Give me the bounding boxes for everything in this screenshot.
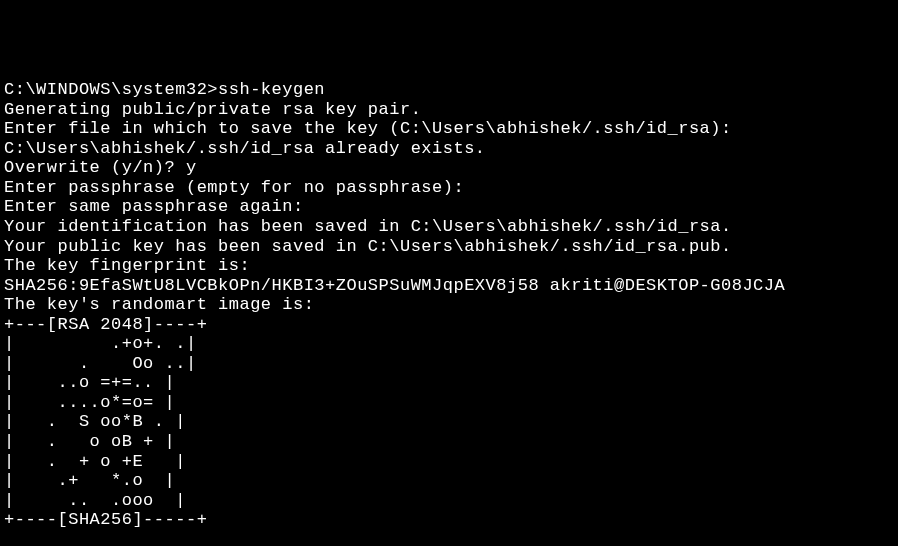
terminal-line: | . + o +E | [4,452,186,471]
terminal-line: | .+ *.o | [4,471,175,490]
terminal-line: | . S oo*B . | [4,412,186,431]
terminal-line: C:\Users\abhishek/.ssh/id_rsa already ex… [4,139,486,158]
terminal-line: The key's randomart image is: [4,295,314,314]
terminal-line: Enter file in which to save the key (C:\… [4,119,732,138]
terminal-line: SHA256:9EfaSWtU8LVCBkOPn/HKBI3+ZOuSPSuWM… [4,276,785,295]
terminal-line: | .. .ooo | [4,491,186,510]
terminal-line: | .+o+. .| [4,334,197,353]
terminal-line: Enter same passphrase again: [4,197,304,216]
terminal-line: Your public key has been saved in C:\Use… [4,237,732,256]
terminal-line: Overwrite (y/n)? y [4,158,197,177]
terminal-line: | ....o*=o= | [4,393,175,412]
terminal-line: | . o oB + | [4,432,175,451]
terminal-line: +---[RSA 2048]----+ [4,315,207,334]
terminal-line: | ..o =+=.. | [4,373,175,392]
terminal-line: Your identification has been saved in C:… [4,217,732,236]
terminal-line: +----[SHA256]-----+ [4,510,207,529]
terminal-line: The key fingerprint is: [4,256,250,275]
terminal-line: Generating public/private rsa key pair. [4,100,421,119]
terminal-output[interactable]: C:\WINDOWS\system32>ssh-keygen Generatin… [4,80,894,546]
terminal-line: C:\WINDOWS\system32>ssh-keygen [4,80,325,99]
terminal-line: Enter passphrase (empty for no passphras… [4,178,464,197]
terminal-line: | . Oo ..| [4,354,197,373]
